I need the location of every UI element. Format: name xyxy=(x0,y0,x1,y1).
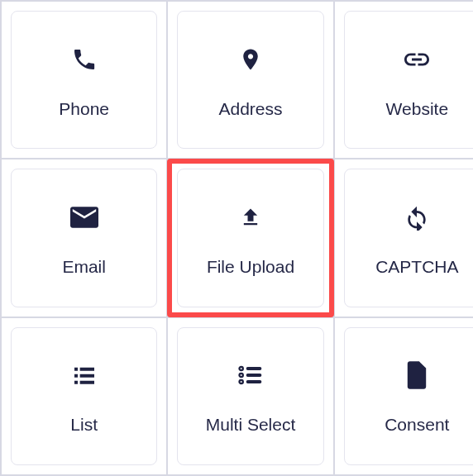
svg-point-0 xyxy=(240,367,243,370)
grid-cell: Address xyxy=(167,1,333,159)
refresh-icon xyxy=(404,199,430,236)
field-type-grid: Phone Address Website Email xyxy=(0,0,473,476)
svg-point-4 xyxy=(240,380,243,383)
field-label: List xyxy=(70,415,98,435)
field-label: CAPTCHA xyxy=(375,257,458,277)
field-label: Website xyxy=(386,99,448,119)
mail-icon xyxy=(70,199,98,236)
field-option-email[interactable]: Email xyxy=(11,169,157,307)
svg-rect-5 xyxy=(246,380,262,383)
grid-cell: CAPTCHA xyxy=(334,159,473,317)
grid-cell: Consent xyxy=(334,317,473,475)
field-label: Address xyxy=(218,99,282,119)
grid-cell: List xyxy=(1,317,167,475)
field-label: Email xyxy=(62,257,106,277)
field-label: File Upload xyxy=(207,257,294,277)
field-option-captcha[interactable]: CAPTCHA xyxy=(344,169,473,307)
grid-cell: Phone xyxy=(1,1,167,159)
svg-rect-3 xyxy=(246,374,262,377)
field-label: Consent xyxy=(385,415,449,435)
field-option-address[interactable]: Address xyxy=(177,11,323,149)
field-option-multi-select[interactable]: Multi Select xyxy=(177,327,323,465)
phone-icon xyxy=(71,41,98,78)
link-icon xyxy=(402,41,432,78)
field-option-website[interactable]: Website xyxy=(344,11,473,149)
field-label: Phone xyxy=(59,99,109,119)
field-option-consent[interactable]: Consent xyxy=(344,327,473,465)
grid-cell: File Upload xyxy=(167,159,333,317)
field-option-list[interactable]: List xyxy=(11,327,157,465)
map-pin-icon xyxy=(238,41,263,78)
svg-point-2 xyxy=(240,374,243,377)
checklist-icon xyxy=(237,357,264,393)
grid-cell: Website xyxy=(334,1,473,159)
svg-rect-1 xyxy=(246,367,262,370)
field-label: Multi Select xyxy=(206,415,296,435)
upload-icon xyxy=(239,199,262,236)
field-option-file-upload[interactable]: File Upload xyxy=(177,169,323,307)
document-icon xyxy=(405,357,428,393)
list-icon xyxy=(71,357,98,393)
grid-cell: Email xyxy=(1,159,167,317)
grid-cell: Multi Select xyxy=(167,317,333,475)
field-option-phone[interactable]: Phone xyxy=(11,11,157,149)
